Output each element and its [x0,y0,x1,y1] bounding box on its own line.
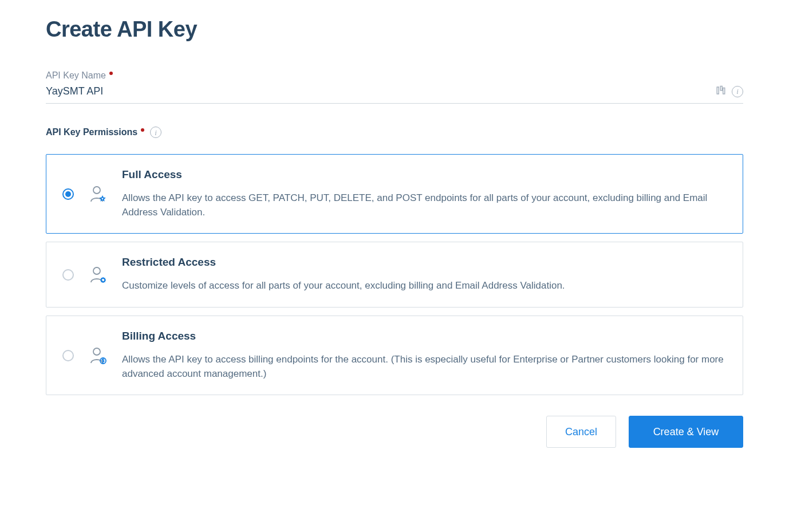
user-dollar-icon [89,346,107,365]
info-icon[interactable]: i [732,86,743,97]
page-title: Create API Key [46,17,743,42]
password-manager-icon[interactable] [716,85,726,98]
svg-point-6 [93,348,100,355]
option-title: Restricted Access [122,256,727,269]
button-row: Cancel Create & View [46,416,743,448]
cancel-button[interactable]: Cancel [546,416,616,448]
permission-options: Full Access Allows the API key to access… [46,154,743,395]
option-title: Full Access [122,168,727,181]
api-key-name-input[interactable] [46,83,716,100]
create-and-view-button[interactable]: Create & View [629,416,743,448]
svg-rect-1 [720,86,722,90]
svg-point-4 [93,267,100,274]
option-description: Customize levels of access for all parts… [122,279,727,293]
option-description: Allows the API key to access GET, PATCH,… [122,191,727,219]
user-gear-icon [89,266,107,284]
user-star-icon [89,185,107,203]
api-key-name-field-group: API Key Name i [46,70,743,104]
radio-restricted-access[interactable] [62,269,74,281]
api-key-name-label: API Key Name [46,70,113,81]
required-dot-icon [141,128,144,132]
permission-option-restricted-access[interactable]: Restricted Access Customize levels of ac… [46,242,743,308]
permission-option-full-access[interactable]: Full Access Allows the API key to access… [46,154,743,234]
permissions-section-header: API Key Permissions i [46,127,743,138]
required-dot-icon [109,72,113,75]
option-title: Billing Access [122,330,727,342]
radio-full-access[interactable] [62,188,74,200]
svg-rect-0 [717,87,719,94]
permission-option-billing-access[interactable]: Billing Access Allows the API key to acc… [46,316,743,395]
svg-point-3 [93,187,100,194]
svg-rect-2 [723,88,725,94]
option-description: Allows the API key to access billing end… [122,353,727,381]
radio-billing-access[interactable] [62,350,74,361]
info-icon[interactable]: i [150,127,161,138]
